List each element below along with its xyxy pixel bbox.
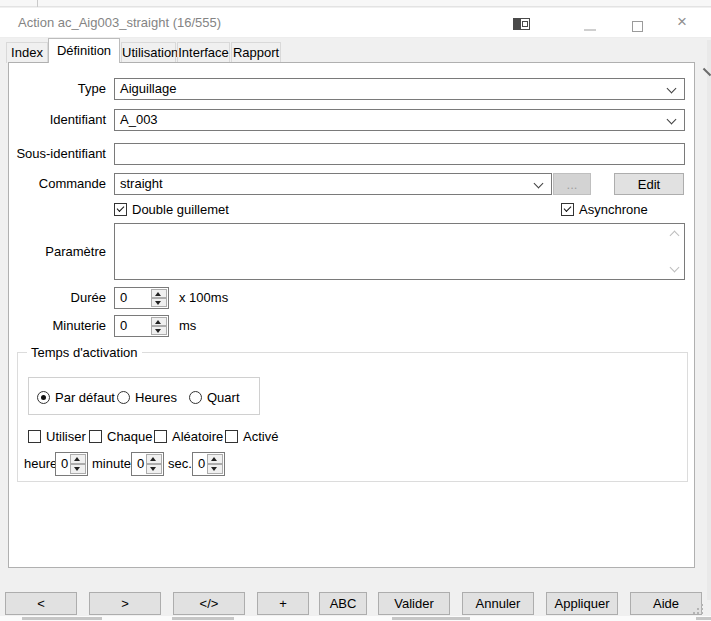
asynchrone-checkbox[interactable]: Asynchrone [561, 201, 648, 217]
identifiant-combobox[interactable]: A_003 [114, 109, 685, 131]
tab-interface-label: Interface [178, 45, 229, 60]
sous-identifiant-label: Sous-identifiant [9, 143, 106, 165]
chevron-down-icon [667, 84, 677, 94]
heures-label: Heures [135, 390, 177, 405]
checkbox-box [561, 203, 574, 216]
par-defaut-label: Par défaut [55, 390, 115, 405]
aide-button[interactable]: Aide [630, 592, 702, 615]
type-label: Type [9, 78, 106, 100]
arrow-up-icon [155, 320, 161, 324]
tab-utilisation-label: Utilisation [122, 45, 178, 60]
checkbox-box [154, 430, 167, 443]
commande-value: straight [120, 174, 163, 194]
browse-button[interactable]: ... [553, 173, 591, 195]
add-button[interactable]: + [257, 592, 309, 615]
parametre-textarea[interactable] [115, 224, 665, 279]
appliquer-button[interactable]: Appliquer [546, 592, 618, 615]
spin-up-button[interactable] [207, 454, 223, 464]
minute-spinner[interactable]: 0 [131, 452, 164, 476]
abc-button[interactable]: ABC [319, 592, 367, 615]
checkmark-icon [117, 204, 125, 212]
duree-unit: x 100ms [179, 287, 228, 309]
tab-index[interactable]: Index [6, 42, 48, 63]
spin-up-button[interactable] [151, 317, 167, 326]
next-button[interactable]: > [89, 592, 161, 615]
background-text-fragment [392, 617, 470, 620]
spin-up-button[interactable] [70, 454, 86, 464]
double-guillemet-checkbox[interactable]: Double guillemet [114, 201, 229, 217]
tab-rapport[interactable]: Rapport [231, 42, 281, 63]
utiliser-checkbox[interactable]: Utiliser [28, 428, 86, 444]
spin-up-button[interactable] [151, 289, 167, 298]
commande-combobox[interactable]: straight [114, 173, 552, 195]
heure-spinner[interactable]: 0 [55, 452, 88, 476]
tab-definition[interactable]: Définition [48, 38, 120, 63]
tab-utilisation[interactable]: Utilisation [121, 42, 176, 63]
aleatoire-label: Aléatoire [172, 429, 223, 444]
arrow-up-icon [155, 292, 161, 296]
heures-radio[interactable]: Heures [117, 389, 177, 405]
minuterie-unit: ms [179, 315, 196, 337]
window-preview-icon[interactable] [513, 18, 530, 30]
window-preview-icon-fill [514, 19, 521, 29]
parametre-label: Paramètre [9, 241, 106, 263]
type-value: Aiguillage [120, 79, 176, 99]
parametre-textarea-frame [114, 223, 685, 280]
code-button[interactable]: </> [173, 592, 245, 615]
window-title: Action ac_Aig003_straight (16/555) [18, 8, 221, 38]
spin-down-button[interactable] [70, 464, 86, 474]
edit-button[interactable]: Edit [614, 173, 684, 195]
tab-interface[interactable]: Interface [177, 42, 230, 63]
minuterie-label: Minuterie [9, 315, 106, 337]
minute-label: minute [92, 452, 131, 476]
chaque-checkbox[interactable]: Chaque [89, 428, 153, 444]
maximize-icon[interactable] [632, 21, 643, 32]
spin-up-button[interactable] [146, 454, 162, 464]
checkmark-icon [564, 204, 572, 212]
identifiant-label: Identifiant [9, 109, 106, 131]
arrow-up-icon [150, 457, 156, 461]
quart-label: Quart [207, 390, 240, 405]
tab-index-label: Index [11, 45, 43, 60]
spin-down-button[interactable] [151, 298, 167, 307]
sec-label: sec. [168, 452, 192, 476]
background-text-fragment [22, 617, 102, 620]
annuler-button[interactable]: Annuler [462, 592, 534, 615]
active-checkbox[interactable]: Activé [225, 428, 278, 444]
radio-circle [189, 391, 202, 404]
spin-down-button[interactable] [151, 326, 167, 335]
commande-label: Commande [9, 173, 106, 195]
window-preview-icon-pane [522, 21, 528, 27]
temps-activation-group: Temps d'activation Par défaut Heures Qua… [17, 352, 688, 482]
arrow-down-icon [150, 467, 156, 471]
resize-grip[interactable] [693, 604, 703, 614]
background-window-divider [37, 0, 38, 7]
sec-spinner[interactable]: 0 [192, 452, 225, 476]
duree-spinner[interactable]: 0 [114, 287, 169, 309]
valider-button[interactable]: Valider [378, 592, 450, 615]
arrow-down-icon [155, 329, 161, 333]
spin-down-button[interactable] [146, 464, 162, 474]
background-window-top-strip [0, 0, 711, 7]
scroll-up-icon[interactable] [670, 231, 680, 241]
tab-rapport-label: Rapport [233, 45, 279, 60]
prev-button[interactable]: < [5, 592, 77, 615]
background-window-right-strip [707, 40, 711, 600]
scroll-down-icon[interactable] [670, 263, 680, 273]
quart-radio[interactable]: Quart [189, 389, 240, 405]
type-combobox[interactable]: Aiguillage [114, 78, 685, 100]
close-icon[interactable]: × [674, 14, 690, 30]
arrow-down-icon [155, 301, 161, 305]
sous-identifiant-input[interactable] [114, 143, 685, 165]
par-defaut-radio[interactable]: Par défaut [37, 389, 115, 405]
minimize-icon[interactable] [584, 29, 596, 31]
arrow-up-icon [211, 457, 217, 461]
radio-circle [37, 391, 50, 404]
background-window-bottom-strip [0, 616, 711, 621]
minuterie-spinner[interactable]: 0 [114, 315, 169, 337]
minuterie-value: 0 [120, 316, 127, 336]
spin-down-button[interactable] [207, 464, 223, 474]
tab-definition-label: Définition [57, 43, 111, 58]
aleatoire-checkbox[interactable]: Aléatoire [154, 428, 223, 444]
mode-radio-panel: Par défaut Heures Quart [28, 377, 260, 415]
